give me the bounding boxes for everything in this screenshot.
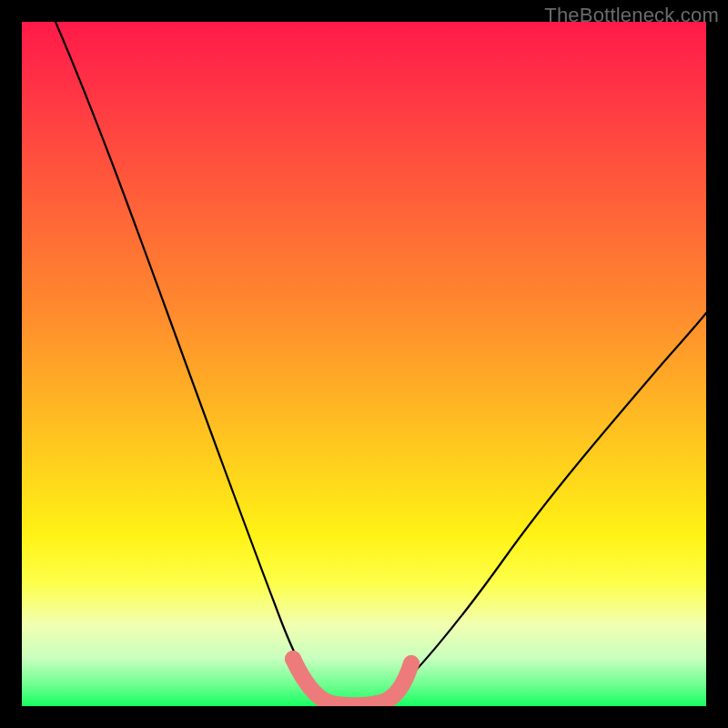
chart-frame: TheBottleneck.com xyxy=(0,0,728,728)
pink-dot-right xyxy=(403,655,420,672)
curve-svg xyxy=(22,22,706,706)
plot-area xyxy=(22,22,706,706)
pink-bottom-segment xyxy=(293,659,411,705)
pink-dot-left xyxy=(285,651,301,667)
black-curve xyxy=(56,22,706,704)
watermark-text: TheBottleneck.com xyxy=(544,4,719,27)
